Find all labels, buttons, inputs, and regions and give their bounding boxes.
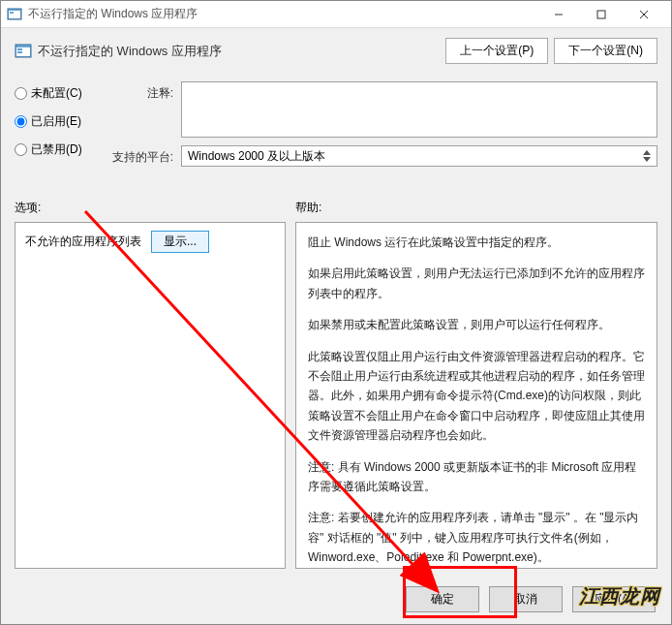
radio-enabled[interactable]: 已启用(E): [15, 113, 98, 130]
help-p3: 如果禁用或未配置此策略设置，则用户可以运行任何程序。: [308, 315, 645, 334]
radio-not-configured-label: 未配置(C): [31, 85, 82, 102]
platform-row: 支持的平台: Windows 2000 及以上版本: [111, 145, 657, 167]
platform-spinner[interactable]: [643, 150, 651, 162]
fields: 注释: 支持的平台: Windows 2000 及以上版本: [111, 81, 657, 167]
radio-enabled-label: 已启用(E): [31, 113, 81, 130]
comment-textarea[interactable]: [181, 81, 657, 138]
svg-rect-4: [597, 11, 605, 18]
window-title: 不运行指定的 Windows 应用程序: [28, 6, 537, 22]
radio-disabled-input[interactable]: [15, 143, 27, 156]
comment-label: 注释:: [111, 81, 173, 102]
options-panel: 不允许的应用程序列表 显示...: [15, 222, 286, 569]
section-labels: 选项: 帮助:: [1, 172, 671, 222]
chevron-up-icon: [643, 150, 651, 155]
platform-value: Windows 2000 及以上版本: [188, 148, 325, 165]
help-p5: 注意: 具有 Windows 2000 或更新版本证书的非 Microsoft …: [308, 457, 645, 497]
previous-setting-button[interactable]: 上一个设置(P): [445, 38, 548, 64]
options-section-label: 选项:: [15, 200, 295, 216]
help-p6: 注意: 若要创建允许的应用程序列表，请单击 "显示" 。在 "显示内容" 对话框…: [308, 508, 645, 567]
policy-dialog-window: 不运行指定的 Windows 应用程序 不运行指定的 Windows 应用程序 …: [0, 0, 672, 625]
next-setting-button[interactable]: 下一个设置(N): [554, 38, 657, 64]
radio-disabled[interactable]: 已禁用(D): [15, 141, 98, 158]
platform-label: 支持的平台:: [111, 145, 173, 166]
config-area: 未配置(C) 已启用(E) 已禁用(D) 注释: 支持的平台: Windows …: [1, 81, 671, 172]
close-button[interactable]: [623, 2, 665, 27]
svg-rect-10: [17, 51, 22, 53]
comment-row: 注释:: [111, 81, 657, 138]
window-controls: [537, 2, 665, 27]
svg-rect-9: [17, 48, 22, 50]
minimize-button[interactable]: [537, 2, 580, 27]
header: 不运行指定的 Windows 应用程序 上一个设置(P) 下一个设置(N): [1, 28, 671, 81]
radio-disabled-label: 已禁用(D): [31, 141, 82, 158]
app-icon: [7, 7, 22, 22]
help-p4: 此策略设置仅阻止用户运行由文件资源管理器进程启动的程序。它不会阻止用户运行由系统…: [308, 347, 645, 446]
help-panel[interactable]: 阻止 Windows 运行在此策略设置中指定的程序。 如果启用此策略设置，则用户…: [295, 222, 657, 569]
radio-not-configured-input[interactable]: [15, 87, 27, 100]
button-bar: 确定 取消 应用(A): [1, 578, 671, 624]
help-section-label: 帮助:: [295, 200, 657, 216]
maximize-button[interactable]: [580, 2, 623, 27]
policy-icon: [15, 43, 32, 60]
platform-box: Windows 2000 及以上版本: [181, 145, 657, 167]
radio-not-configured[interactable]: 未配置(C): [15, 85, 98, 102]
state-radio-group: 未配置(C) 已启用(E) 已禁用(D): [15, 81, 98, 167]
chevron-down-icon: [643, 157, 651, 162]
help-p2: 如果启用此策略设置，则用户无法运行已添加到不允许的应用程序列表中的程序。: [308, 264, 645, 303]
cancel-button[interactable]: 取消: [489, 586, 563, 612]
svg-rect-2: [10, 12, 14, 14]
apply-button[interactable]: 应用(A): [572, 586, 656, 612]
titlebar: 不运行指定的 Windows 应用程序: [1, 1, 671, 28]
show-button[interactable]: 显示...: [151, 231, 209, 253]
disallowed-list-row: 不允许的应用程序列表 显示...: [25, 231, 275, 253]
help-p1: 阻止 Windows 运行在此策略设置中指定的程序。: [308, 233, 645, 252]
ok-button[interactable]: 确定: [406, 586, 479, 612]
radio-enabled-input[interactable]: [15, 115, 27, 128]
content-panels: 不允许的应用程序列表 显示... 阻止 Windows 运行在此策略设置中指定的…: [1, 222, 671, 578]
policy-title: 不运行指定的 Windows 应用程序: [38, 43, 440, 60]
disallowed-list-label: 不允许的应用程序列表: [25, 234, 141, 250]
